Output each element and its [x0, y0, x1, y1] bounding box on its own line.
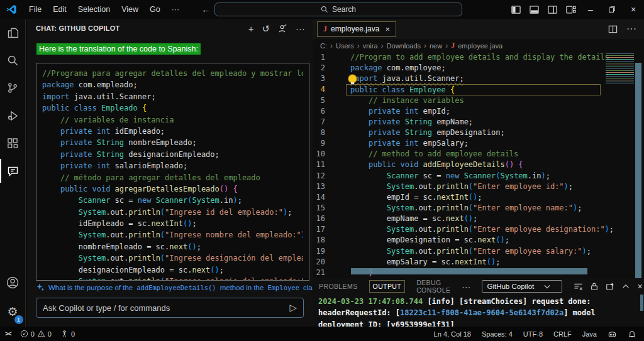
tab-employee-java[interactable]: J employee.java ×	[317, 21, 396, 37]
run-debug-icon[interactable]	[0, 102, 26, 129]
extensions-icon[interactable]	[0, 129, 26, 157]
editor-more-actions-icon[interactable]: ···	[626, 23, 636, 35]
vertical-scrollbar[interactable]	[635, 63, 641, 278]
chat-icon[interactable]	[0, 157, 26, 185]
split-editor-icon[interactable]	[608, 24, 618, 34]
ports-count: 0	[71, 330, 75, 338]
source-control-icon[interactable]	[0, 74, 26, 102]
chat-more-actions-icon[interactable]: ···	[296, 24, 305, 33]
maximize-panel-icon[interactable]	[621, 282, 630, 291]
search-placeholder: Search	[332, 5, 356, 14]
menu-more-icon[interactable]: ···	[166, 5, 186, 14]
customize-layout-icon[interactable]	[562, 0, 580, 19]
error-count: 0	[31, 330, 35, 338]
search-sidebar-icon[interactable]	[0, 46, 26, 74]
menu-view[interactable]: View	[116, 5, 144, 14]
chat-code-block[interactable]: //Programa para agregar detalles del emp…	[36, 63, 309, 281]
cursor-position[interactable]: Ln 4, Col 18	[434, 330, 471, 338]
clear-output-icon[interactable]	[574, 282, 583, 291]
chevron-right-icon: ›	[330, 41, 333, 50]
tab-output[interactable]: OUTPUT	[369, 280, 406, 293]
minimize-button[interactable]: –	[580, 0, 601, 19]
language-mode[interactable]: Java	[582, 330, 597, 338]
toggle-secondary-sidebar-icon[interactable]	[543, 0, 562, 19]
output-channel-select[interactable]: GitHub Copilot	[482, 280, 562, 293]
send-icon[interactable]: ▷	[289, 302, 303, 313]
chevron-right-icon: ›	[357, 41, 360, 50]
panel-tab-bar: PROBLEMS OUTPUT DEBUG CONSOLE ··· GitHub…	[313, 278, 644, 295]
encoding[interactable]: UTF-8	[523, 330, 543, 338]
panel-more-tabs-icon[interactable]: ···	[462, 282, 470, 291]
output-log[interactable]: 2024-03-23 17:47:08.744 [info] [streamCh…	[318, 296, 638, 327]
settings-gear-icon[interactable]: ⚙ 1	[0, 296, 26, 327]
toggle-sidebar-icon[interactable]	[507, 0, 525, 19]
title-bar: File Edit Selection View Go ··· ← → Sear…	[0, 0, 644, 19]
copilot-status-icon[interactable]	[608, 329, 617, 338]
chat-input-container: ▷	[36, 298, 304, 318]
question-code-method: addEmployeeDetails()	[136, 284, 216, 291]
breadcrumb: C:› Users› vnira› Downloads› new› J empl…	[313, 39, 644, 52]
editor-code-lines[interactable]: //Program to add employee details and di…	[350, 52, 635, 278]
tab-label: employee.java	[331, 24, 379, 33]
bottom-panel: PROBLEMS OUTPUT DEBUG CONSOLE ··· GitHub…	[313, 278, 644, 327]
chat-panel-title: CHAT: GITHUB COPILOT	[36, 24, 119, 32]
output-channel-label: GitHub Copilot	[487, 283, 534, 290]
java-file-icon: J	[451, 41, 455, 50]
crumb-drive[interactable]: C:	[320, 42, 327, 50]
copilot-chat-panel: CHAT: GITHUB COPILOT + ↺ ··· Here is the…	[26, 19, 313, 327]
restore-button[interactable]	[601, 0, 623, 19]
crumb-user[interactable]: vnira	[363, 42, 378, 50]
horizontal-scrollbar[interactable]	[351, 268, 587, 274]
panel-scrollbar[interactable]	[640, 295, 643, 311]
titlebar-controls: – ×	[507, 0, 644, 19]
notifications-bell-icon[interactable]	[628, 330, 636, 338]
menu-selection[interactable]: Selection	[72, 5, 116, 14]
eol-sequence[interactable]: CRLF	[553, 330, 572, 338]
tab-debug-console[interactable]: DEBUG CONSOLE	[416, 279, 450, 294]
crumb-file[interactable]: employee.java	[458, 42, 502, 50]
problems-status[interactable]: 0 0	[20, 330, 52, 338]
warning-icon	[37, 330, 45, 338]
chat-panel-header: CHAT: GITHUB COPILOT + ↺ ···	[26, 19, 313, 38]
crumb-new[interactable]: new	[430, 42, 442, 50]
chat-response-text: Here is the translation of the code to S…	[36, 43, 201, 55]
java-file-icon: J	[323, 24, 327, 34]
error-icon	[20, 330, 28, 338]
new-chat-icon[interactable]: +	[248, 24, 254, 33]
crumb-users[interactable]: Users	[336, 42, 354, 50]
lock-scroll-icon[interactable]	[590, 282, 599, 291]
minimap[interactable]	[606, 53, 634, 85]
warning-count: 0	[48, 330, 52, 338]
tab-close-icon[interactable]: ×	[385, 24, 390, 34]
status-bar: >< 0 0 0 Ln 4, Col 18 Spaces: 4 UTF-8 CR…	[0, 327, 644, 341]
chat-history-icon[interactable]: ↺	[262, 24, 270, 33]
question-text-mid: method in the	[220, 284, 264, 291]
code-editor[interactable]: 123456789101112131415161718192021 //Prog…	[313, 52, 644, 278]
explorer-icon[interactable]	[0, 19, 26, 46]
account-icon[interactable]	[0, 269, 26, 296]
editor-group: J employee.java × ··· C:› Users› vnira› …	[313, 19, 644, 327]
chevron-right-icon: ›	[424, 41, 426, 50]
close-panel-icon[interactable]: ×	[637, 281, 643, 291]
indentation[interactable]: Spaces: 4	[482, 330, 513, 338]
lightbulb-icon[interactable]	[348, 75, 357, 83]
search-icon	[321, 6, 328, 13]
editor-gutter[interactable]: 123456789101112131415161718192021	[313, 52, 325, 278]
ports-status[interactable]: 0	[60, 330, 75, 338]
close-window-button[interactable]: ×	[623, 0, 644, 19]
crumb-downloads[interactable]: Downloads	[387, 42, 421, 50]
remote-indicator-icon[interactable]: ><	[5, 330, 11, 337]
open-session-user-icon[interactable]	[278, 24, 287, 33]
command-center-search[interactable]: Search	[214, 3, 462, 16]
toggle-panel-icon[interactable]	[525, 0, 543, 19]
menu-edit[interactable]: Edit	[47, 5, 72, 14]
editor-tab-bar: J employee.java × ···	[313, 19, 644, 39]
menu-go[interactable]: Go	[144, 5, 166, 14]
chat-input[interactable]	[36, 303, 289, 313]
back-arrow-icon[interactable]: ←	[201, 4, 210, 14]
radio-tower-icon	[60, 330, 69, 338]
open-output-editor-icon[interactable]	[606, 282, 614, 291]
tab-problems[interactable]: PROBLEMS	[319, 283, 358, 290]
followup-question[interactable]: What is the purpose of the addEmployeeDe…	[36, 283, 324, 291]
menu-file[interactable]: File	[23, 5, 47, 14]
